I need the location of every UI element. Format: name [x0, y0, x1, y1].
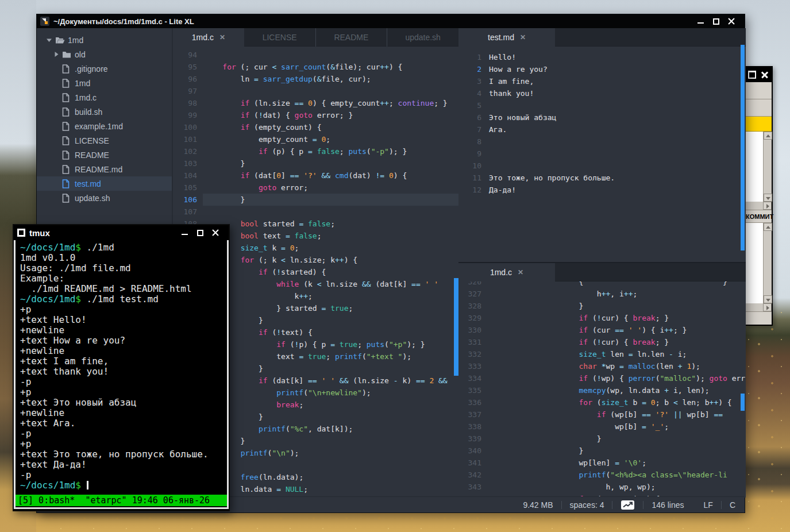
editor-scrollbar[interactable] — [454, 278, 458, 376]
code-line-331[interactable]: 331 if (!cur) { break; } — [458, 336, 746, 348]
terminal-line[interactable]: +p — [20, 439, 227, 449]
scroll-up-icon[interactable] — [764, 132, 772, 140]
terminal-content[interactable]: ~/docs/1md$ ./1md1md v0.1.0Usage: ./1md … — [14, 240, 229, 509]
code-line-328[interactable]: 328 } — [458, 300, 746, 312]
code-line-332[interactable]: 332 size_t len = ln.len - i; — [458, 348, 746, 360]
1md-c-scrollbar[interactable] — [741, 394, 745, 411]
scroll-right-icon[interactable] — [763, 202, 772, 210]
code-line-94[interactable]: 94 — [173, 49, 458, 61]
status-eol[interactable]: LF — [704, 500, 713, 510]
code-line-336[interactable]: 336 for (size_t b = 0; b < len; b++) { — [458, 396, 746, 408]
chevron-right-icon[interactable] — [53, 52, 62, 57]
tab-close-icon[interactable]: ✕ — [219, 33, 225, 41]
terminal-line[interactable]: -p — [20, 429, 227, 439]
terminal-line[interactable]: +newline — [20, 346, 227, 356]
code-line-333[interactable]: 333 char *wp = malloc(len + 1); — [458, 360, 746, 372]
code-line-338[interactable]: 338 wp[b] = '_'; — [458, 421, 746, 433]
scroll-right-icon[interactable] — [763, 303, 772, 311]
vertical-scrollbar[interactable] — [763, 132, 772, 202]
background-window-titlebar[interactable] — [746, 67, 772, 82]
code-line-11[interactable]: 11Это тоже, но пропуск больше. — [458, 172, 746, 184]
code-line-104[interactable]: 104 if (dat[0] == '?' && cmd(dat) != 0) … — [173, 169, 458, 182]
code-line-341[interactable]: 341 wp[len] = '\0'; — [458, 457, 746, 469]
toolbar-row[interactable] — [746, 99, 772, 117]
code-line-4[interactable]: 4thank you! — [458, 87, 746, 99]
code-line-329[interactable]: 329 if (!cur) { break; } — [458, 312, 746, 324]
terminal-line[interactable]: +p — [20, 304, 227, 315]
code-line-340[interactable]: 340 } — [458, 445, 746, 457]
code-line-101[interactable]: 101 empty_count = 0; — [173, 133, 458, 145]
terminal-line[interactable]: ~/docs/1md$ ./1md — [20, 242, 227, 253]
minimize-icon[interactable] — [179, 228, 190, 237]
code-line-335[interactable]: 335 memcpy(wp, ln.data + i, len); — [458, 384, 746, 396]
tree-item-.gitignore[interactable]: .gitignore — [37, 61, 172, 76]
minimize-icon[interactable] — [695, 17, 706, 26]
code-line-343[interactable]: 343 h, wp, wp); — [458, 481, 746, 493]
pane-test-md[interactable]: 1Hello!2How a re you?3I am fine,4thank y… — [458, 47, 746, 262]
maximize-icon[interactable] — [711, 17, 721, 26]
code-line-326[interactable]: 326 { } — [458, 282, 746, 288]
terminal-line[interactable]: +text How a re you? — [20, 336, 227, 346]
terminal-line[interactable]: +text Hello! — [20, 315, 227, 325]
tree-item-1md[interactable]: 1md — [37, 76, 172, 90]
code-line-103[interactable]: 103 } — [173, 157, 458, 169]
terminal-line[interactable]: +text I am fine, — [20, 356, 227, 367]
code-line-106[interactable]: 106 } — [173, 194, 458, 206]
background-window[interactable]: КОММИТ — [745, 66, 773, 326]
terminal-line[interactable]: 1md v0.1.0 — [20, 253, 227, 263]
tree-item-LICENSE[interactable]: LICENSE — [37, 133, 172, 148]
code-line-337[interactable]: 337 if (wp[b] == '?' || wp[b] == — [458, 408, 746, 421]
terminal-line[interactable]: ./1md README.md > README.html — [20, 284, 227, 294]
selected-list-row[interactable] — [746, 117, 772, 132]
code-line-96[interactable]: 96 ln = sarr_getdup(&file, cur); — [173, 73, 458, 85]
tree-item-test.md[interactable]: test.md — [37, 176, 172, 191]
code-line-10[interactable]: 10 — [458, 160, 746, 172]
code-line-330[interactable]: 330 if (cur == ' ') { i++; } — [458, 324, 746, 336]
status-indent[interactable]: spaces: 4 — [570, 500, 604, 510]
terminal-line[interactable]: ~/docs/1md$ ./1md test.md — [20, 294, 227, 304]
status-syntax[interactable]: C — [730, 500, 735, 510]
code-line-339[interactable]: 339 } — [458, 433, 746, 445]
code-line-5[interactable]: 5 — [458, 99, 746, 111]
terminal-line[interactable]: +p — [20, 387, 227, 398]
code-line-3[interactable]: 3I am fine, — [458, 75, 746, 87]
tree-item-README.md[interactable]: README.md — [37, 162, 172, 176]
tree-item-1md.c[interactable]: 1md.c — [37, 90, 172, 105]
status-linecount[interactable]: 146 lines — [652, 500, 684, 510]
tabbar-main[interactable]: 1md.c✕LICENSEREADMEupdate.sh — [173, 28, 458, 47]
code-line-102[interactable]: 102 if (p) { p = false; puts("-p"); } — [173, 145, 458, 157]
terminal-line[interactable]: +text Да-да! — [20, 460, 227, 470]
test-md-scrollbar[interactable] — [741, 45, 745, 250]
code-line-99[interactable]: 99 if (!dat) { goto error; } — [173, 109, 458, 121]
tmux-titlebar[interactable]: tmux — [14, 225, 229, 240]
close-icon[interactable] — [726, 17, 737, 26]
maximize-icon[interactable] — [195, 228, 205, 237]
horizontal-scrollbar[interactable] — [746, 303, 772, 312]
terminal-line[interactable]: +newline — [20, 325, 227, 336]
terminal-line[interactable]: +text Это тоже, но пропуск больше. — [20, 449, 227, 460]
close-icon[interactable] — [761, 71, 769, 79]
code-line-6[interactable]: 6Это новый абзац — [458, 111, 746, 124]
chevron-down-icon[interactable] — [47, 37, 55, 43]
code-line-95[interactable]: 95 for (; cur < sarr_count(&file); cur++… — [173, 61, 458, 73]
code-line-100[interactable]: 100 if (empty_count) { — [173, 121, 458, 133]
terminal-line[interactable]: -p — [20, 377, 227, 387]
pane-1md-c[interactable]: 326 { }327 h++, i++;328 }329 if (!cur) {… — [458, 282, 746, 498]
code-line-327[interactable]: 327 h++, i++; — [458, 288, 746, 300]
chart-icon[interactable] — [621, 500, 635, 510]
terminal-line[interactable]: +text thank you! — [20, 367, 227, 377]
code-line-2[interactable]: 2How a re you? — [458, 63, 746, 75]
tree-item-old[interactable]: old — [37, 47, 172, 61]
code-line-1[interactable]: 1Hello! — [458, 51, 746, 63]
code-line-97[interactable]: 97 — [173, 85, 458, 97]
code-line-8[interactable]: 8 — [458, 136, 746, 148]
list-area[interactable] — [746, 223, 772, 303]
scroll-up-icon[interactable] — [764, 223, 772, 231]
litexl-titlebar[interactable]: ~/Документы/docs/1md/1md.c - Lite XL — [37, 14, 745, 28]
tree-item-1md[interactable]: 1md — [37, 33, 172, 47]
code-line-342[interactable]: 342 printf("<h%d><a class=\"header-li — [458, 469, 746, 481]
tab-update.sh[interactable]: update.sh — [387, 28, 458, 47]
scroll-down-icon[interactable] — [764, 194, 772, 202]
maximize-icon[interactable] — [748, 71, 756, 79]
code-line-107[interactable]: 107 — [173, 206, 458, 218]
